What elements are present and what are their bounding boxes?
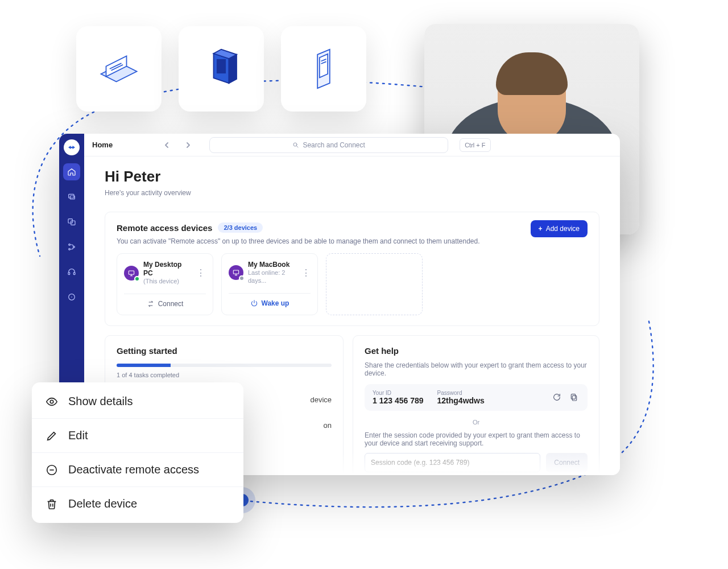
your-id-value: 1 123 456 789: [373, 396, 424, 405]
svg-rect-19: [68, 273, 70, 275]
sidebar-item-more[interactable]: [63, 288, 80, 306]
context-show-details[interactable]: Show details: [32, 385, 243, 418]
device-name: My MacBook: [248, 261, 297, 269]
svg-rect-12: [69, 194, 74, 198]
svg-marker-5: [229, 55, 237, 83]
search-shortcut: Ctrl + F: [460, 138, 490, 152]
device-subtitle: (This device): [143, 278, 192, 286]
svg-marker-9: [320, 54, 328, 77]
search-placeholder: Search and Connect: [303, 141, 365, 149]
sidebar-item-remote[interactable]: [63, 188, 80, 205]
credentials-box: Your ID 1 123 456 789 Password 12thg4wdw…: [365, 384, 588, 411]
topbar: Home Search and Connect Ctrl + F: [84, 134, 620, 156]
device-tile-laptop: [76, 26, 162, 112]
or-divider: Or: [365, 419, 588, 426]
device-card: My MacBook Last online: 2 days... ⋮ Wake…: [221, 253, 318, 315]
device-context-menu: Show details Edit Deactivate remote acce…: [32, 382, 243, 523]
svg-rect-27: [571, 394, 575, 399]
device-count-pill: 2/3 devices: [218, 222, 263, 233]
power-icon: [250, 299, 258, 307]
panel-title: Remote access devices: [117, 223, 212, 233]
svg-rect-24: [129, 271, 134, 274]
device-more-button[interactable]: ⋮: [196, 268, 206, 278]
svg-rect-7: [217, 60, 225, 73]
svg-rect-26: [572, 396, 576, 401]
device-action-label: Connect: [158, 300, 184, 308]
device-tile-phone: [281, 26, 366, 112]
sidebar-item-home[interactable]: [63, 163, 80, 180]
progress-bar: [117, 364, 332, 367]
trash-icon: [46, 498, 58, 510]
eye-icon: [46, 395, 58, 408]
your-id-label: Your ID: [373, 390, 424, 396]
add-device-button[interactable]: + Add device: [531, 220, 588, 237]
pencil-icon: [46, 430, 58, 442]
copy-icon: [569, 393, 578, 402]
add-device-label: Add device: [546, 225, 580, 233]
search-icon: [292, 142, 299, 149]
device-card: My Desktop PC (This device) ⋮ Connect: [117, 253, 213, 315]
plus-icon: +: [539, 225, 543, 233]
sidebar-item-workflows[interactable]: [63, 238, 80, 255]
sidebar-item-devices[interactable]: [63, 213, 80, 230]
device-connect-button[interactable]: Connect: [124, 294, 206, 308]
nav-forward[interactable]: [181, 138, 195, 152]
device-action-label: Wake up: [262, 299, 289, 307]
svg-point-28: [50, 400, 53, 403]
svg-rect-25: [233, 270, 238, 274]
context-deactivate-remote-access[interactable]: Deactivate remote access: [32, 452, 243, 486]
svg-point-23: [293, 143, 297, 146]
device-name: My Desktop PC: [143, 261, 192, 278]
refresh-icon: [552, 393, 561, 402]
breadcrumb: Home: [92, 141, 113, 149]
progress-label: 1 of 4 tasks completed: [117, 372, 332, 378]
panel-description: You can activate "Remote access" on up t…: [117, 237, 588, 245]
page-title: Hi Peter: [105, 168, 599, 185]
refresh-password-button[interactable]: [551, 391, 562, 403]
remote-access-panel: Remote access devices 2/3 devices You ca…: [105, 212, 599, 326]
app-logo: [64, 139, 80, 155]
nav-back[interactable]: [160, 138, 174, 152]
svg-rect-20: [73, 273, 75, 275]
device-more-button[interactable]: ⋮: [301, 267, 311, 278]
password-label: Password: [437, 390, 485, 396]
status-offline-icon: [239, 275, 245, 281]
session-help-text: Enter the session code provided by your …: [365, 431, 588, 447]
getting-started-title: Getting started: [117, 346, 332, 356]
password-value: 12thg4wdws: [437, 396, 485, 405]
context-delete-device[interactable]: Delete device: [32, 486, 243, 521]
get-help-share-text: Share the credentials below with your ex…: [365, 361, 588, 377]
device-placeholder-slot[interactable]: [326, 253, 423, 315]
svg-point-22: [71, 296, 72, 298]
status-online-icon: [134, 276, 140, 282]
page-subtitle: Here's your activity overview: [105, 189, 599, 197]
device-subtitle: Last online: 2 days...: [248, 269, 297, 285]
copy-button[interactable]: [568, 391, 580, 403]
device-wake-button[interactable]: Wake up: [229, 293, 311, 307]
sidebar-item-support[interactable]: [63, 263, 80, 281]
device-tile-server: [179, 26, 264, 112]
context-edit[interactable]: Edit: [32, 418, 243, 452]
search-input[interactable]: Search and Connect: [209, 137, 448, 153]
get-help-title: Get help: [365, 346, 588, 356]
minus-circle-icon: [46, 464, 58, 476]
swap-icon: [147, 300, 155, 308]
